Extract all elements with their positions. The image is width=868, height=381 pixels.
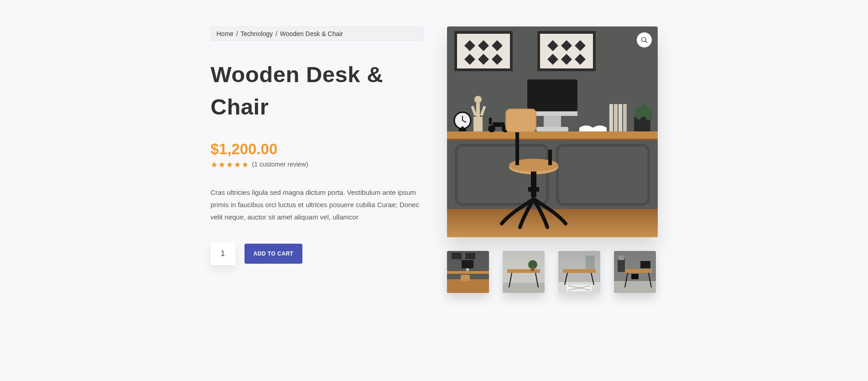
svg-rect-75 [623,269,652,273]
svg-rect-43 [515,150,519,165]
svg-rect-31 [614,104,618,131]
svg-rect-63 [531,267,535,271]
svg-rect-80 [619,256,624,260]
svg-rect-17 [473,117,483,131]
svg-rect-39 [506,110,535,131]
svg-rect-46 [528,187,539,192]
svg-rect-51 [447,271,489,274]
breadcrumb-category[interactable]: Technology [240,30,273,37]
svg-rect-55 [452,253,462,259]
product-main-image[interactable] [447,26,658,237]
svg-rect-13 [544,116,561,128]
quantity-input[interactable] [211,242,235,265]
svg-rect-52 [462,260,473,268]
svg-rect-54 [461,275,470,281]
breadcrumb-current: Wooden Desk & Chair [280,30,343,37]
review-count-link[interactable]: (1 customer review) [252,161,308,168]
svg-rect-14 [536,127,568,131]
price-amount: 1,200.00 [219,141,277,157]
svg-rect-79 [618,259,625,272]
svg-rect-22 [459,129,466,131]
svg-rect-33 [623,104,627,131]
star-icon [211,161,218,168]
svg-rect-30 [609,104,613,131]
svg-rect-9 [447,131,658,140]
breadcrumb-separator: / [275,30,278,37]
svg-rect-74 [614,281,656,293]
svg-rect-44 [548,150,552,165]
svg-rect-69 [563,269,596,273]
thumbnail-2[interactable] [503,251,545,293]
star-icon [234,161,241,168]
zoom-button[interactable] [637,32,652,47]
svg-rect-32 [619,104,622,131]
thumbnail-3[interactable] [558,251,600,293]
svg-rect-40 [515,132,519,150]
svg-point-15 [474,96,482,103]
breadcrumb-home[interactable]: Home [217,30,234,37]
svg-rect-53 [466,268,469,271]
svg-rect-50 [447,279,489,293]
thumbnail-4[interactable] [614,251,656,293]
product-price: $1,200.00 [211,141,423,158]
thumbnail-strip [447,251,658,293]
svg-rect-11 [527,79,577,111]
svg-rect-45 [531,172,536,197]
svg-rect-58 [503,283,545,293]
add-to-cart-button[interactable]: ADD TO CART [244,244,303,264]
breadcrumb-separator: / [235,30,239,37]
product-short-description: Cras ultricies ligula sed magna dictum p… [211,186,423,223]
star-icon [242,161,249,168]
svg-line-48 [645,41,647,43]
svg-point-47 [641,37,645,42]
star-icon [226,161,233,168]
rating-row: (1 customer review) [211,161,423,168]
star-rating [211,161,249,168]
search-icon [640,36,648,44]
currency-symbol: $ [211,141,219,157]
svg-rect-72 [586,256,595,269]
breadcrumb: Home / Technology / Wooden Desk & Chair [211,26,423,41]
svg-point-37 [645,108,652,120]
star-icon [218,161,225,168]
svg-rect-56 [465,253,475,259]
product-title: Wooden Desk & Chair [211,58,423,123]
svg-rect-59 [507,269,540,273]
thumbnail-1[interactable] [447,251,489,293]
svg-rect-78 [640,261,650,268]
add-to-cart-form: ADD TO CART [211,242,423,265]
svg-rect-10 [447,139,658,140]
svg-rect-27 [493,122,504,127]
svg-rect-28 [489,118,492,124]
svg-rect-81 [631,274,639,279]
